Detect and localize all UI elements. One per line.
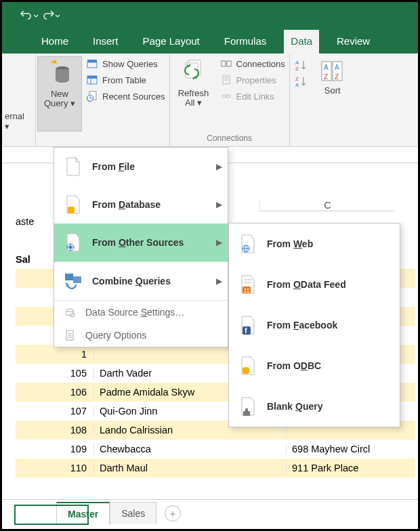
new-query-menu: From File ▶ From Database ▶ From Other S… — [54, 147, 228, 347]
cell[interactable]: 107 — [16, 406, 94, 417]
quick-access-toolbar — [20, 11, 60, 22]
external-data-label[interactable]: ernal▾ — [3, 111, 34, 131]
sort-button[interactable]: A Z A Z Sort — [310, 56, 355, 131]
table-row[interactable]: 109Chewbacca698 Mayhew Circl — [16, 440, 415, 459]
recent-sources-icon — [86, 90, 98, 102]
svg-rect-55 — [243, 411, 250, 416]
redo-button[interactable] — [41, 11, 60, 22]
from-table-label: From Table — [102, 75, 146, 85]
blank-query-icon — [238, 397, 257, 416]
svg-point-50 — [245, 291, 246, 293]
external-data-group: ernal▾ — [2, 54, 36, 146]
tab-data[interactable]: Data — [284, 30, 319, 54]
menu-from-database-label: From Database — [92, 199, 161, 210]
menu-from-other-label: From Other Sources — [92, 237, 184, 248]
cell[interactable]: 105 — [16, 368, 94, 379]
cell[interactable]: Darth Maul — [94, 463, 287, 473]
odbc-icon — [238, 356, 257, 375]
from-other-sources-submenu: From Web From OData Feed f From Facebook… — [228, 223, 400, 427]
ribbon: ernal▾ NewQuery ▾ Show Queries — [2, 54, 418, 147]
submenu-arrow-icon: ▶ — [216, 238, 222, 247]
edit-links-label: Edit Links — [236, 91, 274, 102]
svg-rect-34 — [65, 274, 73, 280]
svg-text:Z: Z — [295, 66, 299, 72]
submenu-from-odata[interactable]: From OData Feed — [229, 264, 400, 305]
tab-insert[interactable]: Insert — [86, 30, 125, 54]
submenu-blank-label: Blank Query — [267, 401, 322, 412]
title-bar — [2, 2, 418, 30]
sheet-tab-sales[interactable]: Sales — [110, 502, 156, 524]
menu-qo-label: Query Options — [85, 330, 146, 341]
cell[interactable]: 1 — [16, 349, 94, 360]
submenu-odata-label: From OData Feed — [267, 279, 346, 290]
show-queries-icon — [86, 58, 98, 70]
table-row[interactable]: 110Darth Maul911 Park Place — [16, 459, 415, 477]
cell[interactable]: 698 Mayhew Circl — [287, 444, 415, 454]
refresh-all-icon — [183, 59, 205, 86]
cell[interactable]: 108 — [16, 425, 94, 436]
properties-icon — [220, 74, 232, 86]
submenu-blank-query[interactable]: Blank Query — [229, 386, 400, 427]
cell[interactable]: 109 — [16, 444, 94, 454]
svg-rect-12 — [227, 61, 231, 66]
menu-dss-label: Data Source Settings… — [85, 307, 184, 318]
undo-button[interactable] — [20, 11, 39, 22]
recent-sources-button[interactable]: Recent Sources — [83, 89, 168, 104]
web-icon — [238, 234, 257, 253]
menu-from-file-label: From File — [92, 161, 135, 172]
svg-point-18 — [226, 95, 230, 98]
sort-filter-group: AZ ZA A Z A Z Sort — [290, 54, 356, 146]
menu-data-source-settings[interactable]: Data Source Settings… — [54, 301, 228, 324]
column-header-c[interactable]: C — [259, 200, 395, 211]
submenu-fb-label: From Facebook — [267, 320, 337, 331]
submenu-from-odbc[interactable]: From ODBC — [229, 345, 400, 386]
odata-icon — [238, 275, 257, 294]
menu-combine-label: Combine Queries — [92, 276, 171, 286]
tab-page-layout[interactable]: Page Layout — [136, 30, 207, 54]
cell[interactable]: 106 — [16, 387, 94, 398]
svg-text:Z: Z — [324, 73, 328, 81]
menu-combine-queries[interactable]: Combine Queries ▶ — [54, 262, 228, 300]
svg-rect-2 — [87, 62, 97, 68]
svg-point-51 — [247, 291, 249, 293]
svg-point-48 — [245, 289, 246, 290]
tab-formulas[interactable]: Formulas — [217, 30, 274, 54]
add-sheet-button[interactable]: ＋ — [165, 505, 181, 522]
menu-query-options[interactable]: Query Options — [54, 324, 228, 347]
tab-review[interactable]: Review — [330, 30, 377, 54]
svg-rect-3 — [87, 60, 97, 62]
submenu-from-web[interactable]: From Web — [229, 224, 400, 264]
get-transform-group-label — [37, 131, 168, 145]
cell[interactable]: 110 — [16, 463, 94, 473]
menu-from-other-sources[interactable]: From Other Sources ▶ — [54, 224, 228, 261]
active-cell-outline — [14, 505, 89, 525]
file-icon — [64, 157, 83, 176]
edit-links-icon — [220, 90, 232, 102]
facebook-icon: f — [238, 316, 257, 335]
svg-point-17 — [222, 95, 226, 98]
svg-rect-11 — [222, 61, 226, 66]
connections-label: Connections — [236, 59, 285, 69]
menu-from-database[interactable]: From Database ▶ — [54, 186, 228, 224]
submenu-arrow-icon: ▶ — [216, 276, 222, 286]
from-table-button[interactable]: From Table — [83, 72, 168, 87]
properties-button: Properties — [217, 72, 288, 87]
new-query-button[interactable]: NewQuery ▾ — [37, 56, 82, 131]
show-queries-button[interactable]: Show Queries — [83, 56, 168, 71]
menu-from-file[interactable]: From File ▶ — [54, 148, 228, 186]
cell[interactable]: 911 Park Place — [287, 463, 415, 473]
svg-point-49 — [247, 289, 249, 290]
submenu-from-facebook[interactable]: f From Facebook — [229, 305, 400, 345]
connections-icon — [220, 58, 232, 70]
tab-home[interactable]: Home — [35, 30, 75, 54]
cell[interactable]: Chewbacca — [94, 444, 287, 454]
svg-text:f: f — [245, 326, 247, 335]
sort-za-button[interactable]: ZA — [294, 75, 306, 87]
refresh-all-button[interactable]: RefreshAll ▾ — [171, 56, 216, 131]
svg-text:A: A — [295, 60, 299, 66]
connections-group: RefreshAll ▾ Connections Properties Edit… — [170, 54, 290, 146]
sort-az-button[interactable]: AZ — [294, 59, 306, 71]
connections-button[interactable]: Connections — [217, 56, 288, 71]
other-sources-icon — [64, 233, 83, 252]
submenu-web-label: From Web — [267, 238, 313, 249]
